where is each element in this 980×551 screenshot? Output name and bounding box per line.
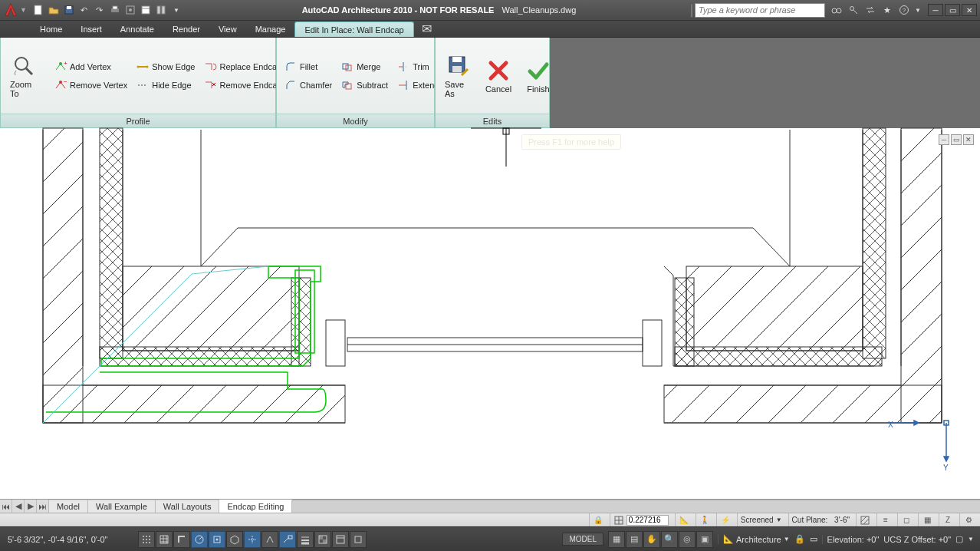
tab-prev-icon[interactable]: ◀ xyxy=(12,500,25,513)
annoscale-segment[interactable]: 📐 xyxy=(675,513,692,526)
chamfer-button[interactable]: Chamfer xyxy=(281,77,335,94)
help-icon[interactable]: ? xyxy=(897,3,911,17)
polar-toggle[interactable] xyxy=(191,531,208,548)
exchange-icon[interactable] xyxy=(863,3,877,17)
open-icon[interactable] xyxy=(47,3,61,17)
mail-icon[interactable]: ✉ xyxy=(414,21,439,37)
remove-vertex-button[interactable]: −Remove Vertex xyxy=(51,77,130,94)
show-edge-button[interactable]: Show Edge xyxy=(133,58,198,75)
lock-toggle[interactable]: 🔒 xyxy=(589,513,607,526)
key-icon[interactable] xyxy=(847,3,860,17)
app-menu-arrow-icon[interactable]: ▼ xyxy=(20,6,27,14)
grid-toggle[interactable] xyxy=(156,531,173,548)
scale-input[interactable] xyxy=(626,515,669,526)
merge-button[interactable]: Merge xyxy=(338,58,391,75)
maximize-button[interactable]: ▭ xyxy=(945,4,960,16)
options-gear-segment[interactable]: ⚙ xyxy=(959,513,977,526)
favorite-icon[interactable]: ★ xyxy=(880,3,894,17)
tab-edit-in-place[interactable]: Edit In Place: Wall Endcap xyxy=(294,21,413,37)
tab-first-icon[interactable]: ⏮ xyxy=(0,500,12,513)
visual-style-segment[interactable]: Screened▼ xyxy=(737,513,785,526)
scale-segment[interactable] xyxy=(610,513,672,526)
workspace-lock-icon[interactable]: 🔒 xyxy=(794,534,805,544)
clean-screen-icon[interactable]: ▢ xyxy=(955,534,963,544)
subtract-button[interactable]: Subtract xyxy=(338,77,391,94)
showmotion-icon[interactable]: ▣ xyxy=(696,531,713,548)
unit-segment[interactable]: ◻ xyxy=(897,513,915,526)
ortho-toggle[interactable] xyxy=(173,531,190,548)
tab-insert[interactable]: Insert xyxy=(71,21,111,37)
quickview-drawings-icon[interactable]: ▤ xyxy=(626,531,643,548)
tab-render[interactable]: Render xyxy=(163,21,209,37)
replace-endcap-button[interactable]: Replace Endcap xyxy=(201,58,284,75)
save-as-button[interactable]: Save As xyxy=(440,52,477,100)
add-vertex-button[interactable]: +Add Vertex xyxy=(51,58,130,75)
app-logo[interactable] xyxy=(0,0,21,21)
layout-tab-wall-example[interactable]: Wall Example xyxy=(88,500,156,513)
layout-tab-wall-layouts[interactable]: Wall Layouts xyxy=(156,500,220,513)
tab-manage[interactable]: Manage xyxy=(246,21,295,37)
transparency-toggle[interactable] xyxy=(314,531,331,548)
viewport-close-icon[interactable]: ✕ xyxy=(963,134,974,145)
otrack-toggle[interactable] xyxy=(244,531,261,548)
drawing-area[interactable]: X Y Press F1 for more help ─ ▭ ✕ xyxy=(0,128,980,499)
tab-last-icon[interactable]: ⏭ xyxy=(37,500,49,513)
tab-home[interactable]: Home xyxy=(31,21,71,37)
viewport-min-icon[interactable]: ─ xyxy=(939,134,949,145)
redo-icon[interactable]: ↷ xyxy=(93,3,107,17)
qp-toggle[interactable] xyxy=(332,531,349,548)
auto-scale-segment[interactable]: ⚡ xyxy=(716,513,734,526)
undo-icon[interactable]: ↶ xyxy=(77,3,91,17)
close-button[interactable]: ✕ xyxy=(962,4,977,16)
properties-icon[interactable] xyxy=(139,3,153,17)
zoom-to-button[interactable]: Zoom To xyxy=(5,52,42,100)
layout-scrollbar[interactable] xyxy=(292,500,980,513)
workspace-label[interactable]: Architecture xyxy=(736,535,781,544)
cancel-button[interactable]: Cancel xyxy=(480,57,517,95)
cut-plane-segment[interactable]: Cut Plane: 3'-6" xyxy=(788,513,853,526)
lineweight-toggle[interactable] xyxy=(297,531,314,548)
human-scale-segment[interactable]: 🚶 xyxy=(696,513,713,526)
layout-tab-endcap-editing[interactable]: Endcap Editing xyxy=(219,500,292,513)
plot-preview-icon[interactable] xyxy=(123,3,137,17)
layer-key-segment[interactable]: ≡ xyxy=(876,513,894,526)
binoculars-icon[interactable] xyxy=(830,3,844,17)
elevation-value[interactable]: +0" xyxy=(867,535,879,544)
ducs-toggle[interactable] xyxy=(261,531,278,548)
print-icon[interactable] xyxy=(108,3,122,17)
save-icon[interactable] xyxy=(62,3,76,17)
new-icon[interactable] xyxy=(31,3,45,17)
osnap-toggle[interactable] xyxy=(209,531,225,548)
pan-icon[interactable]: ✋ xyxy=(643,531,660,548)
zoom-icon[interactable]: 🔍 xyxy=(661,531,678,548)
quickview-layouts-icon[interactable]: ▦ xyxy=(608,531,625,548)
3dosnap-toggle[interactable] xyxy=(226,531,243,548)
ucs-z-value[interactable]: +0" xyxy=(939,535,951,544)
surface-hatch-segment[interactable] xyxy=(856,513,873,526)
remove-endcap-button[interactable]: Remove Endcap xyxy=(201,77,284,94)
hide-edge-button[interactable]: Hide Edge xyxy=(133,77,198,94)
fill-toggle-segment[interactable]: ▦ xyxy=(918,513,936,526)
search-input[interactable] xyxy=(695,3,825,18)
sc-toggle[interactable] xyxy=(350,531,367,548)
steering-wheel-icon[interactable]: ◎ xyxy=(679,531,696,548)
tab-annotate[interactable]: Annotate xyxy=(111,21,163,37)
statusbar-menu-icon[interactable]: ▼ xyxy=(968,536,974,543)
replace-z-segment[interactable]: Z xyxy=(939,513,956,526)
fillet-button[interactable]: Fillet xyxy=(281,58,335,75)
search-handle-icon[interactable] xyxy=(690,3,693,18)
qat-dropdown-icon[interactable]: ▼ xyxy=(169,3,183,17)
match-icon[interactable] xyxy=(154,3,168,17)
model-paper-button[interactable]: MODEL xyxy=(562,533,603,546)
finish-button[interactable]: Finish xyxy=(520,57,557,95)
help-dropdown-icon[interactable]: ▼ xyxy=(914,3,922,17)
tab-next-icon[interactable]: ▶ xyxy=(25,500,37,513)
viewport-restore-icon[interactable]: ▭ xyxy=(951,134,962,145)
annotation-scale-icon[interactable]: 📐 xyxy=(723,534,734,544)
snap-toggle[interactable] xyxy=(138,531,155,548)
toolbar-position-icon[interactable]: ▭ xyxy=(810,534,817,544)
dyn-toggle[interactable] xyxy=(279,531,296,548)
minimize-button[interactable]: ─ xyxy=(928,4,943,16)
layout-tab-model[interactable]: Model xyxy=(49,500,88,513)
tab-view[interactable]: View xyxy=(209,21,246,37)
